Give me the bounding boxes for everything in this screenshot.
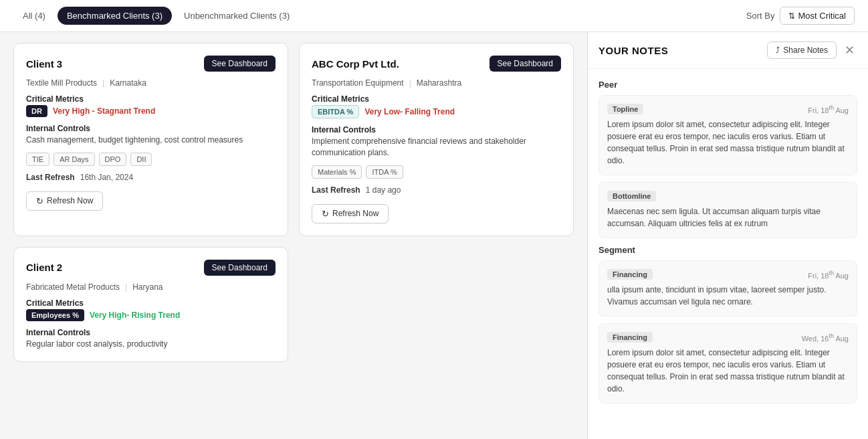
refresh-icon: ↻	[322, 209, 329, 219]
sort-icon: ⇅	[788, 11, 795, 21]
client-card-abccorp: ABC Corp Pvt Ltd. See Dashboard Transpor…	[299, 43, 574, 236]
refresh-now-button[interactable]: ↻ Refresh Now	[312, 204, 389, 224]
card-meta: Transportation Equipment | Maharashtra	[312, 78, 561, 88]
tag-dii: DII	[130, 153, 152, 166]
badge-row: Employees % Very High- Rising Trend	[26, 309, 276, 321]
share-notes-button[interactable]: ⤴ Share Notes	[767, 41, 837, 59]
last-refresh-label: Last Refresh	[312, 185, 360, 195]
region: Haryana	[132, 282, 162, 292]
refresh-btn-label: Refresh Now	[332, 209, 378, 218]
note-card-header: Financing Wed, 16th Aug	[607, 332, 849, 343]
client-card-client2: Client 2 See Dashboard Fabricated Metal …	[13, 247, 288, 363]
last-refresh-value: 16th Jan, 2024	[80, 173, 133, 182]
notes-section-segment: Segment Financing Fri, 18th Aug ulla ips…	[599, 245, 857, 404]
meta-divider: |	[102, 78, 104, 88]
note-text: Lorem ipsum dolor sit amet, consectetur …	[607, 347, 849, 395]
note-text: Maecenas nec sem ligula. Ut accumsan ali…	[607, 205, 849, 230]
card-header: ABC Corp Pvt Ltd. See Dashboard	[312, 56, 561, 72]
notes-header-actions: ⤴ Share Notes ✕	[767, 41, 857, 59]
client-list: Client 3 See Dashboard Textile Mill Prod…	[0, 32, 587, 439]
critical-metrics-section: Critical Metrics Employees % Very High- …	[26, 298, 276, 321]
client-name: Client 2	[26, 262, 62, 273]
tab-all[interactable]: All (4)	[13, 7, 55, 25]
metric-badge: Employees %	[26, 309, 84, 321]
note-card-financing-fri: Financing Fri, 18th Aug ulla ipsum ante,…	[599, 260, 857, 317]
internal-controls-section: Internal Controls Regular labor cost ana…	[26, 328, 276, 350]
trend-text: Very High - Stagnant Trend	[53, 106, 155, 116]
meta-divider: |	[125, 282, 127, 292]
trend-text: Very Low- Falling Trend	[364, 107, 455, 116]
tag-dpo: DPO	[99, 153, 127, 166]
industry: Textile Mill Products	[26, 78, 97, 88]
critical-metrics-section: Critical Metrics DR Very High - Stagnant…	[26, 94, 276, 117]
notes-title: YOUR NOTES	[599, 45, 668, 56]
top-bar: All (4) Benchmarked Clients (3) Unbenchm…	[0, 0, 868, 32]
note-tag-bottomline: Bottomline	[607, 191, 656, 201]
refresh-btn-label: Refresh Now	[47, 196, 93, 205]
card-header: Client 3 See Dashboard	[26, 56, 276, 72]
internal-controls-section: Internal Controls Cash management, budge…	[26, 124, 276, 146]
see-dashboard-button[interactable]: See Dashboard	[490, 56, 561, 72]
note-tag-financing-wed: Financing	[607, 332, 653, 343]
refresh-icon: ↻	[36, 196, 43, 206]
internal-controls-label: Internal Controls	[312, 125, 561, 135]
controls-text: Implement comprehensive financial review…	[312, 136, 561, 159]
note-text: ulla ipsum ante, tincidunt in ipsum vita…	[607, 284, 849, 308]
share-notes-label: Share Notes	[783, 46, 828, 55]
controls-text: Cash management, budget tightening, cost…	[26, 135, 276, 146]
critical-metrics-label: Critical Metrics	[26, 298, 276, 308]
note-tag-financing: Financing	[607, 269, 653, 280]
notes-panel: YOUR NOTES ⤴ Share Notes ✕ Peer Topline	[587, 32, 868, 439]
share-icon: ⤴	[776, 46, 780, 55]
metric-badge: EBITDA %	[312, 105, 359, 118]
sort-button[interactable]: ⇅ Most Critical	[780, 7, 855, 25]
main-layout: Client 3 See Dashboard Textile Mill Prod…	[0, 32, 868, 439]
last-refresh-row: Last Refresh 1 day ago	[312, 185, 561, 195]
last-refresh-value: 1 day ago	[366, 185, 401, 195]
internal-controls-label: Internal Controls	[26, 124, 276, 133]
refresh-now-button[interactable]: ↻ Refresh Now	[26, 191, 103, 211]
client-card-client3: Client 3 See Dashboard Textile Mill Prod…	[13, 43, 288, 236]
notes-section-label-peer: Peer	[599, 80, 857, 90]
sort-button-label: Most Critical	[798, 11, 846, 21]
critical-metrics-label: Critical Metrics	[26, 94, 276, 104]
last-refresh-label: Last Refresh	[26, 173, 75, 182]
internal-controls-label: Internal Controls	[26, 328, 276, 337]
critical-metrics-label: Critical Metrics	[312, 94, 561, 104]
note-card-header: Topline Fri, 18th Aug	[607, 104, 849, 114]
note-card-header: Bottomline	[607, 191, 849, 201]
tag-row: TIE AR Days DPO DII	[26, 153, 276, 166]
card-meta: Fabricated Metal Products | Haryana	[26, 282, 276, 292]
notes-body: Peer Topline Fri, 18th Aug Lorem ipsum d…	[588, 69, 868, 439]
metric-badge: DR	[26, 105, 47, 117]
note-card-bottomline: Bottomline Maecenas nec sem ligula. Ut a…	[599, 182, 857, 238]
sort-label: Sort By	[746, 11, 775, 21]
note-text: Lorem ipsum dolor sit amet, consectetur …	[607, 118, 849, 167]
notes-section-peer: Peer Topline Fri, 18th Aug Lorem ipsum d…	[599, 80, 857, 238]
meta-divider: |	[409, 78, 411, 88]
tab-unbenchmarked[interactable]: Unbenchmarked Clients (3)	[175, 7, 299, 25]
sort-area: Sort By ⇅ Most Critical	[746, 7, 855, 25]
tab-benchmarked[interactable]: Benchmarked Clients (3)	[58, 7, 172, 25]
badge-row: DR Very High - Stagnant Trend	[26, 105, 276, 117]
note-card-financing-wed: Financing Wed, 16th Aug Lorem ipsum dolo…	[599, 323, 857, 404]
client-name: ABC Corp Pvt Ltd.	[312, 58, 399, 70]
note-card-header: Financing Fri, 18th Aug	[607, 269, 849, 280]
close-notes-button[interactable]: ✕	[842, 43, 857, 58]
see-dashboard-button[interactable]: See Dashboard	[204, 56, 276, 72]
tab-group: All (4) Benchmarked Clients (3) Unbenchm…	[13, 7, 299, 25]
critical-metrics-section: Critical Metrics EBITDA % Very Low- Fall…	[312, 94, 561, 118]
notes-section-label-segment: Segment	[599, 245, 857, 255]
note-tag-topline: Topline	[607, 104, 643, 114]
card-header: Client 2 See Dashboard	[26, 260, 276, 276]
region: Karnataka	[110, 78, 146, 88]
note-date: Fri, 18th Aug	[808, 270, 849, 280]
see-dashboard-button[interactable]: See Dashboard	[204, 260, 276, 276]
controls-text: Regular labor cost analysis, productivit…	[26, 339, 276, 350]
tag-materials: Materials %	[312, 165, 362, 179]
internal-controls-section: Internal Controls Implement comprehensiv…	[312, 125, 561, 159]
note-card-topline: Topline Fri, 18th Aug Lorem ipsum dolor …	[599, 95, 857, 175]
last-refresh-row: Last Refresh 16th Jan, 2024	[26, 173, 276, 182]
industry: Fabricated Metal Products	[26, 282, 120, 292]
trend-text: Very High- Rising Trend	[90, 311, 180, 320]
